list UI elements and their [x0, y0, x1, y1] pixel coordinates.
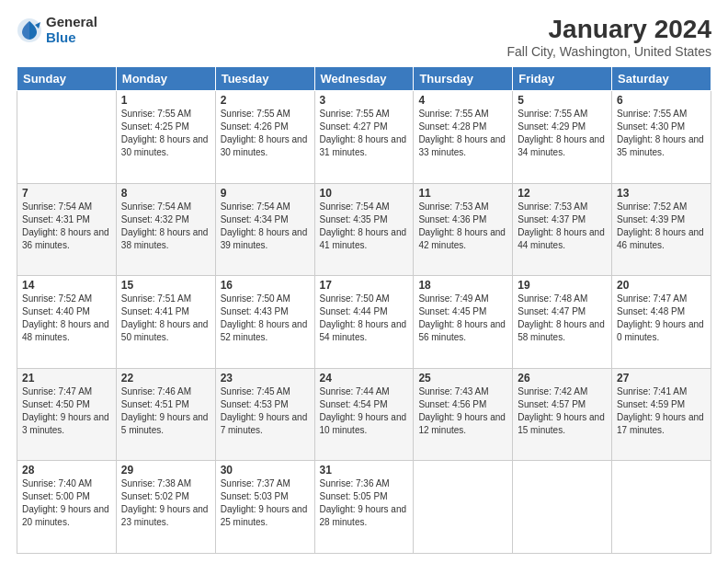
calendar-cell: 25 Sunrise: 7:43 AMSunset: 4:56 PMDaylig…: [414, 368, 513, 461]
day-info: Sunrise: 7:54 AMSunset: 4:35 PMDaylight:…: [320, 201, 407, 250]
calendar-cell: 22 Sunrise: 7:46 AMSunset: 4:51 PMDaylig…: [116, 368, 215, 461]
day-info: Sunrise: 7:37 AMSunset: 5:03 PMDaylight:…: [221, 478, 308, 527]
calendar-day-header: Monday: [116, 67, 215, 91]
day-number: 19: [518, 279, 607, 292]
day-info: Sunrise: 7:44 AMSunset: 4:54 PMDaylight:…: [320, 386, 407, 435]
calendar-cell: 4 Sunrise: 7:55 AMSunset: 4:28 PMDayligh…: [414, 91, 513, 184]
title-section: January 2024 Fall City, Washington, Unit…: [506, 15, 711, 59]
day-info: Sunrise: 7:47 AMSunset: 4:48 PMDaylight:…: [617, 293, 704, 342]
calendar-cell: 14 Sunrise: 7:52 AMSunset: 4:40 PMDaylig…: [17, 276, 117, 369]
day-number: 8: [121, 187, 210, 200]
calendar-day-header: Sunday: [17, 67, 117, 91]
calendar-day-header: Saturday: [612, 67, 711, 91]
calendar-cell: 11 Sunrise: 7:53 AMSunset: 4:36 PMDaylig…: [414, 183, 513, 276]
day-number: 22: [121, 372, 210, 385]
day-info: Sunrise: 7:40 AMSunset: 5:00 PMDaylight:…: [22, 478, 109, 527]
day-info: Sunrise: 7:54 AMSunset: 4:34 PMDaylight:…: [221, 201, 308, 250]
day-number: 26: [518, 372, 607, 385]
day-info: Sunrise: 7:38 AMSunset: 5:02 PMDaylight:…: [121, 478, 209, 527]
day-number: 28: [22, 464, 111, 477]
day-info: Sunrise: 7:55 AMSunset: 4:27 PMDaylight:…: [320, 109, 407, 157]
calendar-cell: 15 Sunrise: 7:51 AMSunset: 4:41 PMDaylig…: [116, 276, 215, 369]
day-info: Sunrise: 7:52 AMSunset: 4:39 PMDaylight:…: [617, 201, 704, 250]
day-info: Sunrise: 7:55 AMSunset: 4:26 PMDaylight:…: [221, 109, 308, 157]
day-info: Sunrise: 7:43 AMSunset: 4:56 PMDaylight:…: [418, 386, 506, 435]
day-info: Sunrise: 7:50 AMSunset: 4:43 PMDaylight:…: [221, 293, 308, 342]
calendar-cell: 27 Sunrise: 7:41 AMSunset: 4:59 PMDaylig…: [612, 368, 711, 461]
day-number: 7: [22, 187, 111, 200]
logo-general-text: General: [46, 15, 97, 30]
day-number: 29: [121, 464, 210, 477]
day-info: Sunrise: 7:54 AMSunset: 4:31 PMDaylight:…: [22, 201, 109, 250]
day-info: Sunrise: 7:53 AMSunset: 4:36 PMDaylight:…: [418, 201, 506, 250]
day-number: 9: [221, 187, 310, 200]
calendar-cell: 8 Sunrise: 7:54 AMSunset: 4:32 PMDayligh…: [116, 183, 215, 276]
day-number: 31: [320, 464, 409, 477]
calendar-cell: 19 Sunrise: 7:48 AMSunset: 4:47 PMDaylig…: [513, 276, 612, 369]
day-number: 11: [418, 187, 507, 200]
calendar-cell: 21 Sunrise: 7:47 AMSunset: 4:50 PMDaylig…: [17, 368, 117, 461]
main-title: January 2024: [506, 15, 711, 44]
day-number: 16: [221, 279, 310, 292]
calendar-cell: 26 Sunrise: 7:42 AMSunset: 4:57 PMDaylig…: [513, 368, 612, 461]
day-info: Sunrise: 7:54 AMSunset: 4:32 PMDaylight:…: [121, 201, 209, 250]
day-info: Sunrise: 7:36 AMSunset: 5:05 PMDaylight:…: [320, 478, 407, 527]
logo: General Blue: [17, 15, 97, 45]
calendar-cell: 1 Sunrise: 7:55 AMSunset: 4:25 PMDayligh…: [116, 91, 215, 184]
day-number: 20: [617, 279, 706, 292]
calendar-cell: 18 Sunrise: 7:49 AMSunset: 4:45 PMDaylig…: [414, 276, 513, 369]
day-info: Sunrise: 7:49 AMSunset: 4:45 PMDaylight:…: [418, 293, 506, 342]
day-number: 23: [221, 372, 310, 385]
day-info: Sunrise: 7:47 AMSunset: 4:50 PMDaylight:…: [22, 386, 109, 435]
day-info: Sunrise: 7:41 AMSunset: 4:59 PMDaylight:…: [617, 386, 704, 435]
calendar-cell: 3 Sunrise: 7:55 AMSunset: 4:27 PMDayligh…: [314, 91, 414, 184]
calendar-cell: 24 Sunrise: 7:44 AMSunset: 4:54 PMDaylig…: [314, 368, 414, 461]
calendar-cell: [414, 461, 513, 554]
day-info: Sunrise: 7:42 AMSunset: 4:57 PMDaylight:…: [518, 386, 605, 435]
calendar-cell: [17, 91, 117, 184]
header: General Blue January 2024 Fall City, Was…: [17, 15, 711, 59]
calendar-cell: 28 Sunrise: 7:40 AMSunset: 5:00 PMDaylig…: [17, 461, 117, 554]
calendar-week-row: 21 Sunrise: 7:47 AMSunset: 4:50 PMDaylig…: [17, 368, 711, 461]
calendar-cell: [513, 461, 612, 554]
subtitle: Fall City, Washington, United States: [506, 44, 711, 59]
day-number: 2: [221, 94, 310, 107]
day-number: 10: [320, 187, 409, 200]
calendar-week-row: 7 Sunrise: 7:54 AMSunset: 4:31 PMDayligh…: [17, 183, 711, 276]
day-number: 15: [121, 279, 210, 292]
calendar-cell: 9 Sunrise: 7:54 AMSunset: 4:34 PMDayligh…: [215, 183, 314, 276]
calendar-cell: 29 Sunrise: 7:38 AMSunset: 5:02 PMDaylig…: [116, 461, 215, 554]
calendar-cell: 30 Sunrise: 7:37 AMSunset: 5:03 PMDaylig…: [215, 461, 314, 554]
calendar-day-header: Thursday: [414, 67, 513, 91]
day-number: 21: [22, 372, 111, 385]
day-number: 25: [418, 372, 507, 385]
calendar-cell: 7 Sunrise: 7:54 AMSunset: 4:31 PMDayligh…: [17, 183, 117, 276]
calendar-cell: 2 Sunrise: 7:55 AMSunset: 4:26 PMDayligh…: [215, 91, 314, 184]
day-number: 5: [518, 94, 607, 107]
logo-text: General Blue: [46, 15, 97, 45]
logo-icon: [17, 17, 42, 43]
day-number: 18: [418, 279, 507, 292]
day-info: Sunrise: 7:55 AMSunset: 4:29 PMDaylight:…: [518, 109, 605, 157]
day-number: 13: [617, 187, 706, 200]
calendar-week-row: 14 Sunrise: 7:52 AMSunset: 4:40 PMDaylig…: [17, 276, 711, 369]
calendar-cell: 16 Sunrise: 7:50 AMSunset: 4:43 PMDaylig…: [215, 276, 314, 369]
calendar-cell: 12 Sunrise: 7:53 AMSunset: 4:37 PMDaylig…: [513, 183, 612, 276]
day-number: 24: [320, 372, 409, 385]
calendar-cell: 17 Sunrise: 7:50 AMSunset: 4:44 PMDaylig…: [314, 276, 414, 369]
day-info: Sunrise: 7:53 AMSunset: 4:37 PMDaylight:…: [518, 201, 605, 250]
day-number: 17: [320, 279, 409, 292]
calendar-cell: [612, 461, 711, 554]
day-number: 6: [617, 94, 706, 107]
day-number: 3: [320, 94, 409, 107]
day-info: Sunrise: 7:46 AMSunset: 4:51 PMDaylight:…: [121, 386, 209, 435]
day-number: 1: [121, 94, 210, 107]
calendar-body: 1 Sunrise: 7:55 AMSunset: 4:25 PMDayligh…: [17, 91, 711, 554]
day-info: Sunrise: 7:52 AMSunset: 4:40 PMDaylight:…: [22, 293, 109, 342]
calendar-cell: 10 Sunrise: 7:54 AMSunset: 4:35 PMDaylig…: [314, 183, 414, 276]
logo-blue-text: Blue: [46, 30, 97, 46]
day-info: Sunrise: 7:55 AMSunset: 4:28 PMDaylight:…: [418, 109, 506, 157]
day-info: Sunrise: 7:45 AMSunset: 4:53 PMDaylight:…: [221, 386, 308, 435]
page: General Blue January 2024 Fall City, Was…: [0, 0, 728, 563]
calendar-day-header: Wednesday: [314, 67, 414, 91]
